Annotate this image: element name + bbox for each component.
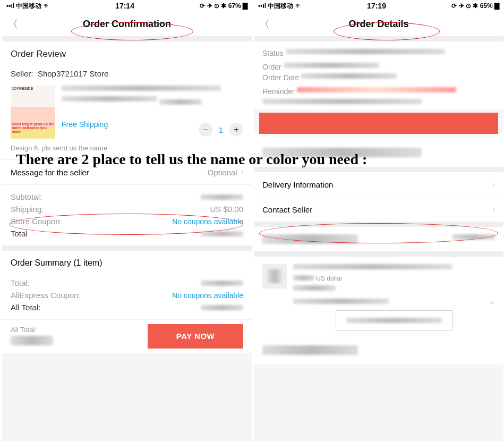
back-button[interactable]: 〈 [254, 17, 275, 31]
aliexpress-coupon-value[interactable]: No coupons available [172, 291, 243, 300]
status-label: Status [262, 49, 284, 57]
order-label: Order [262, 63, 281, 71]
product-thumbnail[interactable]: JOYRESIDE Don't forget send us the name … [11, 86, 55, 139]
product-row: JOYRESIDE Don't forget send us the name … [11, 86, 243, 139]
chevron-right-icon: › [492, 180, 495, 189]
summary-all-total-label: All Total: [11, 303, 40, 312]
status-time: 17:19 [367, 2, 386, 10]
message-for-seller-label: Message for the seller [11, 168, 89, 177]
contact-seller-row[interactable]: Contact Seller › [254, 197, 503, 222]
order-review-heading: Order Review [11, 49, 243, 60]
variant-note: Design 6, pls send us the name [11, 144, 243, 152]
footer-all-total-label: All Total: [11, 326, 53, 334]
chevron-right-icon: › [492, 205, 495, 214]
message-for-seller-hint: Optional [208, 168, 237, 177]
subtotal-label: Subtotal: [11, 192, 42, 201]
order-review-section: Order Review Seller: Shop3721017 Store J… [2, 41, 252, 159]
message-for-seller-row[interactable]: Message for the seller Optional › [2, 160, 252, 184]
store-coupon-value[interactable]: No coupons available [172, 217, 243, 226]
nav-bar: 〈 Order Confirmation [2, 12, 252, 36]
status-right: ⟳ ✈ ⊙ ✱ 67% ▇ [200, 2, 247, 10]
delivery-information-label: Delivery Information [262, 180, 333, 189]
back-button[interactable]: 〈 [2, 17, 23, 31]
footer-bar: All Total: PAY NOW [2, 320, 252, 353]
reminder-label: Reminder [262, 87, 295, 96]
currency-note: US dollar [316, 275, 342, 282]
delivery-information-row[interactable]: Delivery Information › [254, 172, 503, 197]
red-highlight-block [259, 113, 498, 134]
right-screenshot-pane: ••ıl 中国移动 ᯤ 17:19 ⟳ ✈ ⊙ ✱ 65% ▇ 〈 Order … [254, 0, 503, 441]
status-time: 17:14 [115, 2, 134, 10]
shipping-value: US $0.00 [210, 205, 243, 214]
summary-total-label: Total: [11, 278, 30, 287]
aliexpress-coupon-label: AliExpress Coupon: [11, 291, 81, 300]
page-title: Order Details [254, 19, 503, 30]
product-thumbnail-small[interactable] [262, 264, 287, 289]
chevron-down-icon[interactable]: ⌄ [488, 296, 495, 306]
page-title: Order Confirmation [2, 19, 252, 30]
seller-name: Shop3721017 Store [38, 69, 108, 78]
contact-seller-label: Contact Seller [262, 205, 312, 214]
seller-row: Seller: Shop3721017 Store [11, 69, 243, 78]
store-coupon-label: Store Coupon: [11, 217, 62, 226]
qty-value: 1 [219, 125, 223, 134]
nav-bar: 〈 Order Details [254, 12, 503, 36]
total-label: Total [11, 229, 28, 238]
outline-action-button[interactable] [336, 310, 452, 330]
qty-plus-button[interactable]: + [229, 123, 243, 137]
status-right: ⟳ ✈ ⊙ ✱ 65% ▇ [451, 2, 499, 10]
qty-minus-button[interactable]: − [199, 123, 212, 137]
order-date-label: Order Date [262, 73, 299, 82]
order-summary-heading: Order Summary (1 item) [11, 258, 243, 268]
status-carrier: ••ıl 中国移动 ᯤ [258, 2, 302, 11]
free-shipping-link[interactable]: Free Shipping [62, 120, 108, 129]
left-screenshot-pane: ••ıl 中国移动 ᯤ 17:14 ⟳ ✈ ⊙ ✱ 67% ▇ 〈 Order … [2, 0, 252, 441]
pay-now-button[interactable]: PAY NOW [148, 324, 243, 349]
status-bar: ••ıl 中国移动 ᯤ 17:19 ⟳ ✈ ⊙ ✱ 65% ▇ [254, 0, 503, 12]
status-bar: ••ıl 中国移动 ᯤ 17:14 ⟳ ✈ ⊙ ✱ 67% ▇ [2, 0, 252, 12]
shipping-label: Shipping: [11, 205, 44, 214]
chevron-right-icon: › [241, 167, 243, 177]
status-carrier: ••ıl 中国移动 ᯤ [6, 2, 50, 11]
quantity-stepper[interactable]: − 1 + [199, 123, 243, 137]
